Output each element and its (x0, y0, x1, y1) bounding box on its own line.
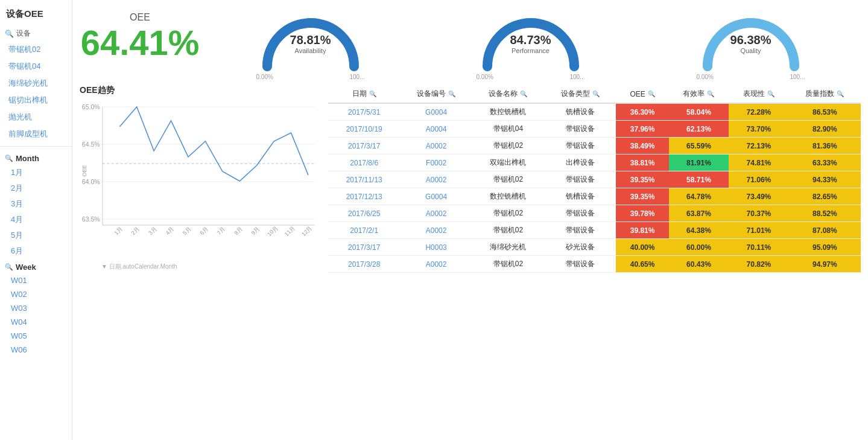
table-cell-8-perf: 70.11% (729, 239, 788, 256)
table-cell-9-perf: 70.82% (729, 256, 788, 273)
table-cell-8-type: 砂光设备 (544, 239, 616, 256)
device-section-header[interactable]: 🔍 设备 (0, 26, 72, 41)
month-label: Month (16, 154, 39, 163)
sidebar-month-3[interactable]: 3月 (0, 196, 72, 212)
performance-gauge: 84.73% Performance 0.00% 100... (461, 6, 600, 80)
table-cell-6-perf: 70.37% (729, 205, 788, 222)
quality-axis: 0.00% 100... (697, 74, 805, 80)
col-search-icon-2[interactable]: 🔍 (520, 91, 527, 97)
table-cell-7-type: 带锯设备 (544, 222, 616, 239)
sidebar-device-sawing[interactable]: 锯切出榫机 (0, 92, 72, 109)
svg-text:65.0%: 65.0% (82, 104, 100, 110)
table-row-6: 2017/6/25A0002带锯机02带锯设备39.78%63.87%70.37… (328, 205, 861, 222)
table-cell-3-type: 出榫设备 (544, 155, 616, 171)
table-cell-2-avail: 65.59% (669, 138, 729, 155)
col-search-icon-3[interactable]: 🔍 (592, 91, 600, 97)
main-content: OEE 64.41% 78.81% Availability (72, 0, 868, 440)
device-list: 带锯机02带锯机04海绵砂光机锯切出榫机抛光机前脚成型机 (0, 41, 72, 142)
oee-value: 64.41% (81, 25, 200, 60)
table-cell-0-quality: 86.53% (789, 103, 861, 121)
table-cell-1-name: 带锯机04 (472, 121, 544, 138)
week-section[interactable]: 🔍 Week (0, 259, 72, 273)
table-cell-7-quality: 87.08% (789, 222, 861, 239)
table-cell-0-id: G0004 (400, 103, 472, 121)
trend-title: OEE趋势 (80, 85, 321, 96)
table-cell-6-avail: 63.87% (669, 205, 729, 222)
table-cell-2-date: 2017/3/17 (328, 138, 400, 155)
availability-name: Availability (290, 47, 331, 54)
col-search-icon-4[interactable]: 🔍 (648, 91, 655, 97)
table-cell-3-date: 2017/8/6 (328, 155, 400, 171)
table-cell-7-perf: 71.01% (729, 222, 788, 239)
sidebar-device-sanding[interactable]: 海绵砂光机 (0, 75, 72, 92)
sidebar-month-6[interactable]: 6月 (0, 243, 72, 259)
table-cell-6-id: A0002 (400, 205, 472, 222)
col-search-icon-7[interactable]: 🔍 (837, 91, 844, 97)
col-search-icon-5[interactable]: 🔍 (707, 91, 714, 97)
table-cell-3-oee: 38.81% (616, 155, 668, 171)
sidebar-week-W06[interactable]: W06 (0, 343, 72, 357)
table-cell-2-id: A0002 (400, 138, 472, 155)
sidebar-month-5[interactable]: 5月 (0, 228, 72, 243)
sidebar-week-W03[interactable]: W03 (0, 301, 72, 315)
table-row-3: 2017/8/6F0002双端出榫机出榫设备38.81%81.91%74.81%… (328, 155, 861, 171)
table-cell-7-id: A0002 (400, 222, 472, 239)
table-cell-4-avail: 58.71% (669, 171, 729, 188)
table-cell-0-avail: 58.04% (669, 103, 729, 121)
table-cell-9-id: A0002 (400, 256, 472, 273)
table-cell-7-date: 2017/2/1 (328, 222, 400, 239)
sidebar-device-shaping[interactable]: 前脚成型机 (0, 126, 72, 142)
table-cell-1-avail: 62.13% (669, 121, 729, 138)
table-body: 2017/5/31G0004数控铣槽机铣槽设备36.30%58.04%72.28… (328, 103, 861, 273)
performance-svg-wrapper: 84.73% Performance (477, 6, 585, 72)
week-list: W01W02W03W04W05W06 (0, 273, 72, 357)
table-row-5: 2017/12/13G0004数控铣槽机铣槽设备39.35%64.78%73.4… (328, 188, 861, 205)
table-cell-9-name: 带锯机02 (472, 256, 544, 273)
table-cell-2-oee: 38.49% (616, 138, 668, 155)
gauges-section: 78.81% Availability 0.00% 100... (200, 6, 861, 80)
table-cell-4-id: A0002 (400, 171, 472, 188)
sidebar-week-W04[interactable]: W04 (0, 315, 72, 329)
col-search-icon-6[interactable]: 🔍 (767, 91, 775, 97)
search-icon: 🔍 (5, 30, 14, 38)
svg-text:3月: 3月 (147, 226, 158, 237)
svg-text:10月: 10月 (266, 225, 279, 237)
table-cell-9-date: 2017/3/28 (328, 256, 400, 273)
col-search-icon-0[interactable]: 🔍 (369, 91, 376, 97)
table-cell-4-perf: 71.06% (729, 171, 788, 188)
sidebar-month-4[interactable]: 4月 (0, 212, 72, 228)
sidebar-week-W02[interactable]: W02 (0, 287, 72, 301)
table-cell-9-oee: 40.65% (616, 256, 668, 273)
col-search-icon-1[interactable]: 🔍 (448, 91, 455, 97)
table-cell-6-type: 带锯设备 (544, 205, 616, 222)
sidebar-device-polishing[interactable]: 抛光机 (0, 109, 72, 126)
svg-text:63.5%: 63.5% (82, 216, 100, 223)
table-cell-9-type: 带锯设备 (544, 256, 616, 273)
sidebar-week-W05[interactable]: W05 (0, 329, 72, 343)
table-col-header-3: 设备类型🔍 (544, 85, 616, 103)
table-cell-6-name: 带锯机02 (472, 205, 544, 222)
chart-source-label: ▼ 日期.autoCalendar.Month (80, 263, 321, 271)
chart-wrapper: 65.0% 64.5% 64.0% 63.5% (80, 98, 321, 440)
svg-text:6月: 6月 (198, 226, 209, 237)
table-cell-2-name: 带锯机02 (472, 138, 544, 155)
sidebar-month-1[interactable]: 1月 (0, 165, 72, 180)
table-cell-4-quality: 94.33% (789, 171, 861, 188)
table-row-7: 2017/2/1A0002带锯机02带锯设备39.81%64.38%71.01%… (328, 222, 861, 239)
table-row-1: 2017/10/19A0004带锯机04带锯设备37.96%62.13%73.7… (328, 121, 861, 138)
sidebar-week-W01[interactable]: W01 (0, 273, 72, 287)
table-cell-8-name: 海绵砂光机 (472, 239, 544, 256)
sidebar-device-bandsaw-02[interactable]: 带锯机02 (0, 41, 72, 58)
table-cell-1-id: A0004 (400, 121, 472, 138)
month-section[interactable]: 🔍 Month (0, 150, 72, 165)
sidebar: 设备OEE 🔍 设备 带锯机02带锯机04海绵砂光机锯切出榫机抛光机前脚成型机 … (0, 0, 72, 440)
sidebar-month-2[interactable]: 2月 (0, 180, 72, 196)
table-cell-5-type: 铣槽设备 (544, 188, 616, 205)
table-col-header-5: 有效率🔍 (669, 85, 729, 103)
table-cell-1-quality: 82.90% (789, 121, 861, 138)
sidebar-device-bandsaw-04[interactable]: 带锯机04 (0, 58, 72, 75)
table-cell-1-perf: 73.70% (729, 121, 788, 138)
table-col-header-1: 设备编号🔍 (400, 85, 472, 103)
table-cell-8-avail: 60.00% (669, 239, 729, 256)
table-cell-5-id: G0004 (400, 188, 472, 205)
